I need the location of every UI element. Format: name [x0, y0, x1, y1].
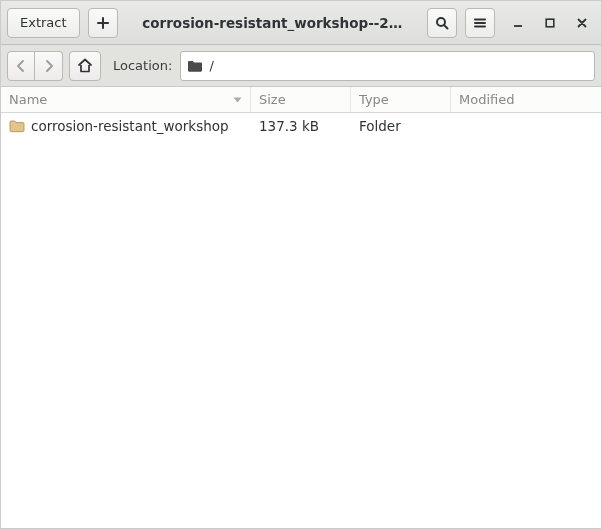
svg-rect-1: [546, 19, 554, 27]
search-button[interactable]: [427, 8, 457, 38]
close-button[interactable]: [575, 16, 589, 30]
plus-icon: [96, 16, 110, 30]
folder-path-icon: [187, 59, 203, 73]
column-header-type-label: Type: [359, 92, 389, 107]
maximize-icon: [545, 18, 555, 28]
close-icon: [577, 18, 587, 28]
column-header-name-label: Name: [9, 92, 47, 107]
home-icon: [77, 58, 93, 73]
history-nav: [7, 51, 63, 81]
row-type: Folder: [359, 118, 401, 134]
chevron-left-icon: [16, 60, 26, 72]
chevron-right-icon: [44, 60, 54, 72]
location-field[interactable]: /: [180, 51, 595, 81]
menu-button[interactable]: [465, 8, 495, 38]
cell-size: 137.3 kB: [251, 118, 351, 134]
home-button[interactable]: [69, 51, 101, 81]
add-button[interactable]: [88, 8, 118, 38]
window-controls: [511, 16, 589, 30]
minimize-icon: [513, 18, 523, 28]
column-header-type[interactable]: Type: [351, 87, 451, 112]
column-header-modified-label: Modified: [459, 92, 514, 107]
navbar: Location: /: [1, 45, 601, 87]
column-header-size-label: Size: [259, 92, 286, 107]
forward-button[interactable]: [35, 51, 63, 81]
hamburger-icon: [473, 16, 487, 30]
location-label: Location:: [113, 58, 172, 73]
column-headers: Name Size Type Modified: [1, 87, 601, 113]
extract-button[interactable]: Extract: [7, 8, 80, 38]
search-icon: [435, 16, 449, 30]
maximize-button[interactable]: [543, 16, 557, 30]
window-title: corrosion-resistant_workshop--2…: [126, 15, 419, 31]
titlebar: Extract corrosion-resistant_workshop--2…: [1, 1, 601, 45]
location-path: /: [209, 58, 588, 73]
cell-name: corrosion-resistant_workshop: [1, 118, 251, 134]
row-size: 137.3 kB: [259, 118, 319, 134]
sort-descending-icon: [233, 97, 242, 103]
table-row[interactable]: corrosion-resistant_workshop 137.3 kB Fo…: [1, 113, 601, 139]
minimize-button[interactable]: [511, 16, 525, 30]
column-header-name[interactable]: Name: [1, 87, 251, 112]
column-header-modified[interactable]: Modified: [451, 87, 601, 112]
folder-icon: [9, 119, 25, 133]
file-list: corrosion-resistant_workshop 137.3 kB Fo…: [1, 113, 601, 528]
column-header-size[interactable]: Size: [251, 87, 351, 112]
row-name: corrosion-resistant_workshop: [31, 118, 229, 134]
extract-button-label: Extract: [20, 15, 67, 30]
back-button[interactable]: [7, 51, 35, 81]
cell-type: Folder: [351, 118, 451, 134]
